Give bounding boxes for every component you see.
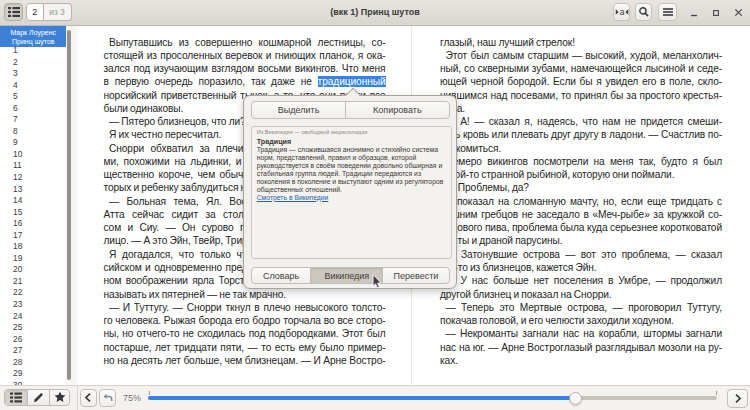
chapter-item[interactable]: 20	[0, 264, 67, 276]
book-text-line: го человека. Рыжая борода его бодро торч…	[104, 314, 386, 327]
page-navigation-widget: 2 из 3	[26, 3, 72, 21]
wiki-see-more-link[interactable]: Смотреть в Википедии	[257, 194, 329, 202]
chapter-item[interactable]: 12	[0, 172, 67, 184]
book-text-line: нина.	[440, 102, 722, 115]
wikipedia-preview-box: Из Википедии — свободной энциклопедии Тр…	[251, 126, 453, 260]
wiki-term-title: Традиция	[257, 138, 447, 146]
close-button[interactable]	[729, 0, 747, 25]
chapter-item[interactable]: 5	[0, 91, 67, 103]
book-text-line: — Затонувшие острова — вот это проблема,…	[440, 248, 722, 261]
progress-slider[interactable]	[148, 386, 717, 410]
book-text-line: — Теперь это Мертвые острова, — проговор…	[440, 301, 722, 314]
sidebar-toggle-button[interactable]	[4, 3, 23, 21]
minimize-icon	[690, 9, 698, 17]
hamburger-menu-icon	[663, 8, 673, 16]
sidebar-book-item[interactable]: Марк Лоуренс Принц шутов	[0, 26, 67, 47]
next-page-button[interactable]	[727, 389, 748, 408]
book-author: Марк Лоуренс	[0, 28, 67, 37]
translate-button[interactable]: Перевести	[382, 268, 448, 284]
chapters-sidebar: Марк Лоуренс Принц шутов 123456789101112…	[0, 26, 77, 385]
toolbar-divider	[77, 386, 78, 410]
chapter-item[interactable]: 18	[0, 241, 67, 253]
book-text-line: лишним гребцов не заседало в «Меч-рыбе» …	[440, 208, 722, 221]
sidebar-scrollbar-track[interactable]	[66, 26, 77, 385]
bookmarks-tab[interactable]	[49, 390, 69, 406]
chapter-item[interactable]: 16	[0, 218, 67, 230]
book-text-line: Я показал на сломанную мачту, но, если е…	[440, 195, 722, 208]
chapter-item[interactable]: 4	[0, 80, 67, 92]
minimize-button[interactable]	[685, 0, 703, 25]
book-text-line: — Некроманты загнали нас на корабли, што…	[440, 327, 722, 340]
book-text-line: называть их пятерней — не так мрачно.	[104, 288, 386, 301]
chapter-item[interactable]: 11	[0, 160, 67, 172]
book-text-line: вать кровь или плевать друг другу в ладо…	[440, 128, 722, 141]
chapter-item[interactable]: 15	[0, 207, 67, 219]
book-text-line: кто-то из близнецов, кажется Эйн.	[440, 261, 722, 274]
popover-bottom-actions: Словарь Википедия Перевести	[251, 267, 450, 285]
chapter-item[interactable]: 25	[0, 322, 67, 334]
chapter-item[interactable]: 2	[0, 57, 67, 69]
close-icon	[734, 8, 743, 17]
view-list-icon	[8, 7, 20, 18]
chapter-list: 1234567891011121314151617181920212223242…	[0, 45, 67, 385]
chapter-item[interactable]: 26	[0, 334, 67, 346]
book-text-line: ках.	[440, 354, 722, 367]
chapter-item[interactable]: 29	[0, 368, 67, 380]
zoom-fit-button[interactable]: a	[613, 3, 630, 21]
annotations-tab[interactable]	[27, 390, 49, 406]
sidebar-scrollbar-thumb[interactable]	[67, 30, 71, 380]
book-text-line: покачав головой, и его челюсти заходили …	[440, 314, 722, 327]
selected-word[interactable]: традиционный	[318, 76, 386, 87]
right-page-column: глазый, наш лучший стрелок!Этот был самы…	[440, 36, 722, 368]
pencil-icon	[33, 392, 44, 403]
popover-arrow	[344, 88, 359, 96]
book-text-line: нас на юг. — Арне Востроглазый разглядыв…	[440, 341, 722, 354]
book-text-line: — И Туттугу. — Снорри ткнул в плечо невы…	[104, 301, 386, 314]
chapter-item[interactable]: 9	[0, 137, 67, 149]
book-text-line: какой-то странной рыбиной, которую они п…	[440, 168, 722, 181]
chapter-item[interactable]: 23	[0, 299, 67, 311]
page-number-input[interactable]: 2	[26, 3, 44, 21]
chevron-right-icon	[735, 394, 741, 403]
chapter-item[interactable]: 7	[0, 114, 67, 126]
book-text-line: мачты и драной парусины.	[440, 234, 722, 247]
maximize-button[interactable]	[707, 0, 725, 25]
svg-text:a: a	[619, 8, 624, 17]
slider-handle[interactable]	[569, 392, 582, 405]
chapter-item[interactable]: 27	[0, 345, 67, 357]
sidebar-mode-switcher	[4, 389, 71, 407]
chapter-item[interactable]: 10	[0, 149, 67, 161]
copy-button[interactable]: Копировать	[345, 102, 448, 118]
book-text-line: ны, но отчего-то не сходилась под подбор…	[104, 327, 386, 340]
zoom-fit-icon: a	[615, 8, 628, 17]
maximize-icon	[712, 9, 720, 17]
chapter-item[interactable]: 21	[0, 276, 67, 288]
chapter-item[interactable]: 22	[0, 287, 67, 299]
book-text-line: другой близнец и показал на Снорри.	[440, 288, 722, 301]
chapter-item[interactable]: 6	[0, 103, 67, 115]
menu-button[interactable]	[658, 3, 677, 21]
chapters-tab[interactable]	[5, 390, 27, 406]
book-text-line: но на десять лет больше, чем близнецам. …	[104, 354, 386, 367]
previous-page-button[interactable]	[80, 389, 97, 407]
chapter-item[interactable]: 1	[0, 45, 67, 57]
chapter-item[interactable]: 3	[0, 68, 67, 80]
chapter-item[interactable]: 19	[0, 253, 67, 265]
slider-fill	[148, 396, 575, 400]
book-text-line: стоящей из просоленных веревок и гниющих…	[104, 49, 386, 62]
chapter-item[interactable]: 17	[0, 230, 67, 242]
book-text-line: ный, со скверными зубами, намечающейся л…	[440, 62, 722, 75]
chapter-item[interactable]: 24	[0, 311, 67, 323]
chapter-item[interactable]: 28	[0, 357, 67, 369]
highlight-button[interactable]: Выделить	[252, 102, 345, 118]
selection-popover: Выделить Копировать Из Википедии — свобо…	[243, 95, 457, 289]
chapter-item[interactable]: 13	[0, 184, 67, 196]
chapter-item[interactable]: 14	[0, 195, 67, 207]
undo-arrow-icon	[102, 393, 113, 402]
search-button[interactable]	[635, 3, 652, 21]
dictionary-button[interactable]: Словарь	[252, 268, 310, 284]
chapter-item[interactable]: 8	[0, 126, 67, 138]
app-window: 2 из 3 (вкк 1) Принц шутов a	[0, 0, 750, 410]
book-text-line: — А! — сказал я, надеясь, что нам не при…	[440, 115, 722, 128]
wiki-source-label: Из Википедии — свободной энциклопедии	[257, 129, 447, 136]
